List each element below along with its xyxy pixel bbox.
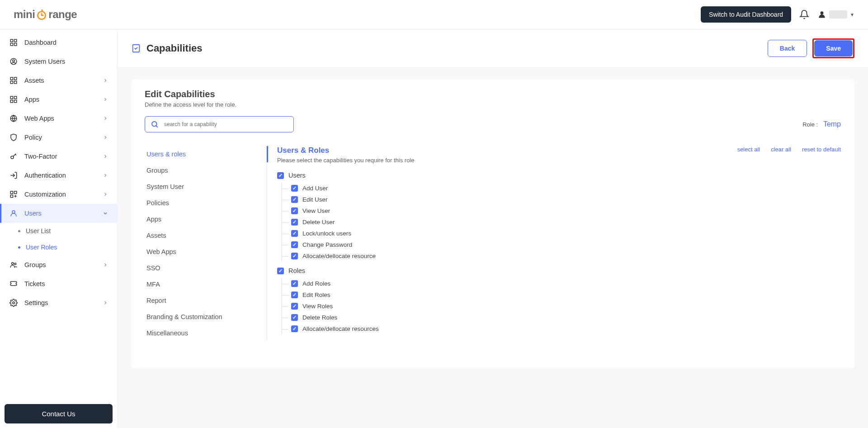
clear-all-link[interactable]: clear all — [771, 146, 791, 153]
cap-item: Delete User — [282, 216, 841, 228]
cap-tab-groups[interactable]: Groups — [145, 162, 267, 179]
svg-point-30 — [13, 302, 15, 304]
checkbox[interactable] — [291, 219, 298, 226]
sidebar-item-web-apps[interactable]: Web Apps — [0, 109, 117, 128]
chevron-right-icon — [103, 262, 108, 268]
cap-tab-branding-customization[interactable]: Branding & Customization — [145, 309, 267, 325]
cap-tab-web-apps[interactable]: Web Apps — [145, 244, 267, 260]
svg-point-32 — [152, 122, 157, 127]
sidebar-item-label: Assets — [24, 77, 96, 84]
sidebar-item-apps[interactable]: Apps — [0, 90, 117, 109]
assets-icon — [9, 76, 18, 85]
ticket-icon — [9, 279, 18, 288]
search-box[interactable] — [145, 116, 294, 132]
sidebar-item-dashboard[interactable]: Dashboard — [0, 33, 117, 52]
sidebar-item-settings[interactable]: Settings — [0, 293, 117, 312]
checkbox[interactable] — [291, 303, 298, 310]
sidebar-item-label: Two-Factor — [24, 153, 96, 160]
cap-children: Add UserEdit UserView UserDelete UserLoc… — [282, 183, 841, 262]
svg-rect-14 — [10, 100, 13, 103]
chevron-right-icon — [103, 97, 108, 102]
sidebar-item-customization[interactable]: Customization — [0, 185, 117, 204]
cap-item-label: Allocate/dellocate resources — [302, 325, 379, 332]
checkbox[interactable] — [291, 325, 298, 332]
checkbox[interactable] — [291, 314, 298, 321]
contact-us-button[interactable]: Contact Us — [5, 404, 113, 423]
checkbox[interactable] — [277, 172, 284, 179]
main-content: Capabilities Back Save Edit Capabilities… — [118, 29, 868, 428]
svg-rect-10 — [10, 81, 13, 84]
cap-tab-system-user[interactable]: System User — [145, 179, 267, 195]
sidebar-item-assets[interactable]: Assets — [0, 71, 117, 90]
sidebar-item-users[interactable]: Users — [0, 204, 117, 223]
sidebar-subitem-user-list[interactable]: User List — [0, 223, 117, 239]
cap-item: Add User — [282, 183, 841, 194]
search-input[interactable] — [164, 121, 288, 127]
svg-rect-23 — [14, 191, 17, 193]
svg-rect-22 — [10, 191, 13, 193]
sidebar-subitem-user-roles[interactable]: User Roles — [0, 239, 117, 255]
checkbox[interactable] — [291, 253, 298, 259]
header-right: Switch to Audit Dashboard ▼ — [701, 6, 854, 23]
cap-children: Add RolesEdit RolesView RolesDelete Role… — [282, 278, 841, 334]
bell-icon[interactable] — [799, 9, 809, 19]
cap-tab-apps[interactable]: Apps — [145, 211, 267, 227]
capability-tabs: Users & rolesGroupsSystem UserPoliciesAp… — [145, 146, 267, 341]
sidebar-item-policy[interactable]: Policy — [0, 128, 117, 147]
save-button[interactable]: Save — [814, 40, 853, 56]
checkbox[interactable] — [291, 230, 298, 237]
sidebar-item-label: Authentication — [24, 172, 96, 179]
back-button[interactable]: Back — [768, 40, 807, 57]
checkbox[interactable] — [277, 268, 284, 274]
sidebar-item-label: Policy — [24, 134, 96, 141]
chevron-right-icon — [103, 116, 108, 121]
sidebar-item-system-users[interactable]: System Users — [0, 52, 117, 71]
checkbox[interactable] — [291, 280, 298, 287]
sidebar-item-label: Customization — [24, 191, 96, 198]
cap-item: Allocate/dellocate resource — [282, 250, 841, 262]
svg-point-7 — [13, 60, 15, 62]
cap-group-head: Roles — [277, 267, 841, 274]
svg-rect-15 — [14, 100, 17, 103]
sidebar-item-label: Users — [24, 210, 96, 217]
chevron-down-icon — [103, 211, 108, 216]
sidebar-item-tickets[interactable]: Tickets — [0, 274, 117, 293]
cap-tab-policies[interactable]: Policies — [145, 195, 267, 211]
switch-dashboard-button[interactable]: Switch to Audit Dashboard — [701, 6, 791, 23]
checkbox[interactable] — [291, 196, 298, 203]
checkbox[interactable] — [291, 207, 298, 214]
cap-group-head: Users — [277, 172, 841, 179]
checkbox[interactable] — [291, 185, 298, 192]
cap-tab-report[interactable]: Report — [145, 292, 267, 309]
reset-default-link[interactable]: reset to default — [802, 146, 841, 153]
logo[interactable]: mini range — [14, 8, 77, 21]
chevron-right-icon — [103, 78, 108, 83]
bullet-icon — [18, 230, 20, 232]
cap-tab-miscellaneous[interactable]: Miscellaneous — [145, 325, 267, 341]
groups-icon — [9, 260, 18, 269]
sidebar-item-two-factor[interactable]: Two-Factor — [0, 147, 117, 166]
cap-section-subtitle: Please select the capabilities you requi… — [277, 157, 841, 164]
checkbox[interactable] — [291, 241, 298, 248]
svg-line-19 — [13, 154, 16, 156]
svg-rect-11 — [14, 81, 17, 84]
cap-item-label: Edit User — [302, 196, 328, 203]
page-title: Capabilities — [146, 42, 202, 54]
sidebar-item-authentication[interactable]: Authentication — [0, 166, 117, 185]
apps-icon — [9, 95, 18, 104]
shield-icon — [9, 133, 18, 142]
capability-tree: UsersAdd UserEdit UserView UserDelete Us… — [277, 172, 841, 334]
chevron-right-icon — [103, 173, 108, 178]
cap-tab-sso[interactable]: SSO — [145, 260, 267, 276]
cap-item-label: View Roles — [302, 303, 333, 310]
sidebar-item-groups[interactable]: Groups — [0, 255, 117, 274]
chevron-right-icon — [103, 154, 108, 159]
cap-tab-assets[interactable]: Assets — [145, 227, 267, 244]
header: mini range Switch to Audit Dashboard — [0, 0, 868, 29]
cap-tab-users-roles[interactable]: Users & roles — [145, 146, 267, 162]
checkbox[interactable] — [291, 292, 298, 298]
cap-tab-mfa[interactable]: MFA — [145, 276, 267, 292]
svg-rect-3 — [14, 39, 17, 42]
user-menu[interactable]: ▼ — [817, 10, 854, 19]
select-all-link[interactable]: select all — [737, 146, 760, 153]
